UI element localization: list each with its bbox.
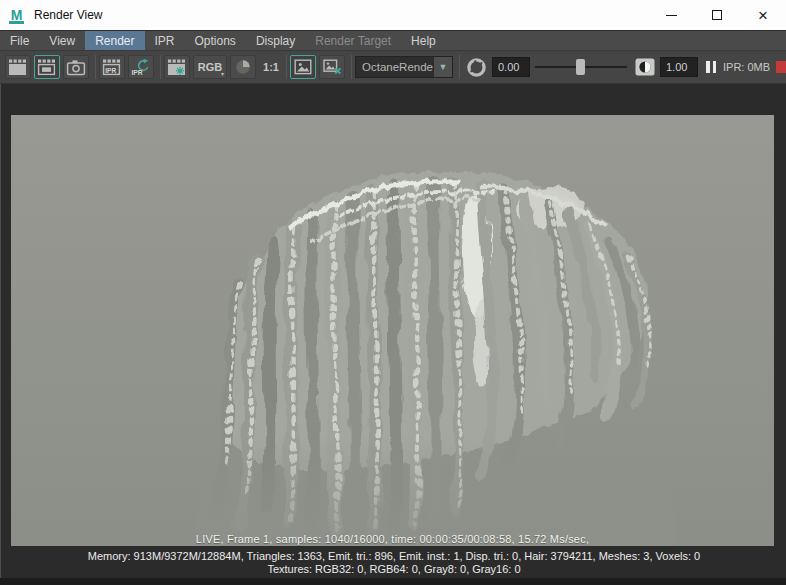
close-button[interactable]: × — [740, 0, 786, 30]
menu-render-label: Render — [95, 34, 134, 48]
menu-help-label: Help — [411, 34, 436, 48]
menu-display-label: Display — [256, 34, 295, 48]
clapperboard-icon — [8, 59, 28, 76]
alpha-channel-icon — [234, 58, 252, 76]
window-bottom-strip — [0, 578, 786, 585]
menu-render[interactable]: Render — [85, 31, 144, 50]
menu-ipr[interactable]: IPR — [145, 31, 185, 50]
one-to-one-zoom-button[interactable]: 1:1 — [259, 61, 283, 73]
contrast-icon — [635, 58, 655, 76]
ipr-refresh-icon: IPR — [131, 58, 152, 76]
remove-image-icon — [323, 59, 342, 75]
keep-image-button[interactable] — [290, 55, 316, 79]
maya-logo-m: M — [11, 9, 23, 21]
exposure-field[interactable] — [492, 57, 530, 77]
pause-ipr-button[interactable] — [703, 56, 719, 78]
texture-stats-line: Textures: RGB32: 0, RGB64: 0, Gray8: 0, … — [1, 563, 786, 576]
pause-icon — [706, 61, 709, 73]
maximize-icon — [712, 10, 722, 20]
exposure-slider[interactable] — [533, 55, 629, 79]
renderer-dropdown-value: OctaneRender — [356, 61, 433, 73]
toolbar-separator — [160, 55, 161, 79]
maya-app-icon: M — [8, 7, 25, 24]
stop-render-button[interactable] — [776, 61, 786, 73]
renderer-dropdown[interactable]: OctaneRender ▼ — [355, 56, 453, 78]
svg-text:IPR: IPR — [131, 69, 142, 76]
chevron-down-icon: ▾ — [221, 71, 224, 77]
menu-help[interactable]: Help — [401, 31, 446, 50]
toolbar: IPR IPR RGB ▾ — [0, 50, 786, 84]
title-bar: M Render View × — [0, 0, 786, 30]
menu-file[interactable]: File — [0, 31, 39, 50]
hair-render-graphic — [11, 115, 774, 546]
keep-image-icon — [294, 59, 312, 75]
window-title: Render View — [34, 8, 102, 22]
refresh-ipr-button[interactable]: IPR — [128, 55, 154, 79]
toolbar-separator — [351, 55, 352, 79]
menu-bar: File View Render IPR Options Display Ren… — [0, 30, 786, 50]
camera-icon — [66, 59, 86, 76]
maximize-button[interactable] — [694, 0, 740, 30]
gamma-button[interactable] — [632, 55, 657, 79]
remove-image-button[interactable] — [319, 55, 345, 79]
alpha-channel-button[interactable] — [230, 55, 256, 79]
render-statistics: Memory: 913M/9372M/12884M, Triangles: 13… — [1, 550, 786, 576]
snapshot-button[interactable] — [63, 55, 89, 79]
render-settings-button[interactable] — [164, 55, 190, 79]
minimize-button[interactable] — [648, 0, 694, 30]
ipr-memory-label: IPR: 0MB — [723, 61, 770, 73]
slider-handle[interactable] — [576, 59, 585, 75]
menu-options[interactable]: Options — [185, 31, 246, 50]
render-view-window: M Render View × File View Render IPR Opt… — [0, 0, 786, 585]
restart-render-button[interactable] — [463, 55, 489, 79]
menu-render-target: Render Target — [305, 31, 401, 50]
gamma-field[interactable] — [660, 57, 698, 77]
dropdown-arrow-icon[interactable]: ▼ — [433, 57, 452, 77]
render-region-button[interactable] — [34, 55, 60, 79]
menu-display[interactable]: Display — [246, 31, 305, 50]
render-settings-icon — [167, 59, 187, 76]
menu-options-label: Options — [195, 34, 236, 48]
maya-logo-bar — [9, 21, 24, 24]
render-canvas: LIVE, Frame 1, samples: 1040/16000, time… — [0, 84, 786, 578]
toolbar-separator — [286, 55, 287, 79]
memory-stats-line: Memory: 913M/9372M/12884M, Triangles: 13… — [1, 550, 786, 563]
close-icon: × — [758, 7, 768, 24]
rgb-label: RGB — [198, 61, 222, 73]
menu-ipr-label: IPR — [155, 34, 175, 48]
render-region-icon — [37, 59, 57, 76]
menu-file-label: File — [10, 34, 29, 48]
menu-view-label: View — [49, 34, 75, 48]
menu-render-target-label: Render Target — [315, 34, 391, 48]
svg-text:IPR: IPR — [105, 66, 116, 73]
redo-previous-render-button[interactable] — [5, 55, 31, 79]
rendered-image: LIVE, Frame 1, samples: 1040/16000, time… — [11, 115, 774, 546]
toolbar-separator — [459, 55, 460, 79]
channel-display-button[interactable]: RGB ▾ — [193, 55, 227, 79]
aperture-icon — [466, 57, 487, 78]
pause-icon — [713, 61, 716, 73]
render-status-overlay: LIVE, Frame 1, samples: 1040/16000, time… — [11, 533, 774, 545]
ipr-clapperboard-icon: IPR — [102, 59, 122, 76]
ipr-render-button[interactable]: IPR — [99, 55, 125, 79]
window-controls: × — [648, 0, 786, 30]
toolbar-separator — [95, 55, 96, 79]
menu-view[interactable]: View — [39, 31, 85, 50]
minimize-icon — [666, 15, 677, 16]
